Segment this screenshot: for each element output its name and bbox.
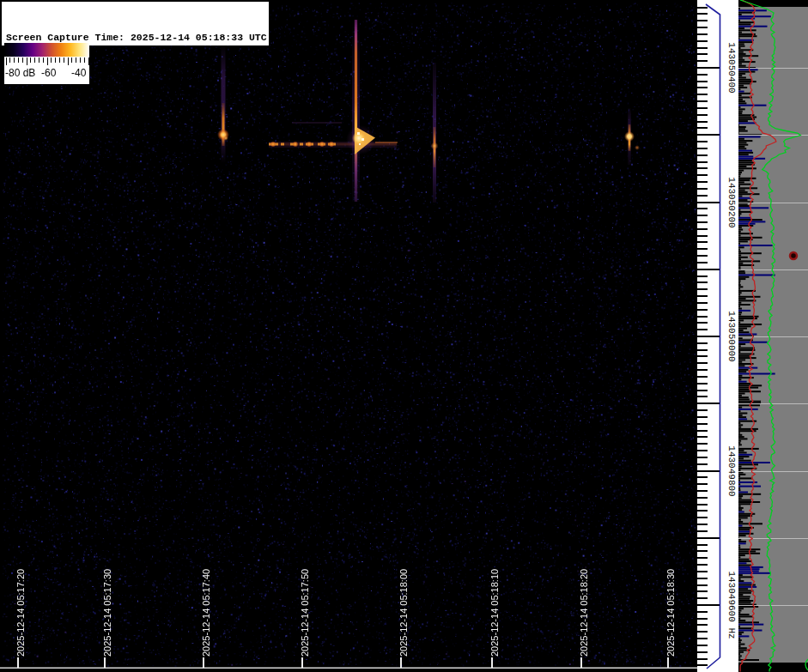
frequency-minor-tick (697, 584, 708, 586)
frequency-minor-tick (697, 262, 708, 263)
frequency-minor-tick (697, 557, 708, 559)
time-axis-label: 2025-12-14 05:18:30 (665, 560, 677, 657)
frequency-minor-tick (697, 47, 708, 49)
frequency-minor-tick (697, 490, 708, 492)
frequency-minor-tick (697, 504, 708, 506)
colorbar-tick (84, 58, 85, 63)
frequency-minor-tick (697, 275, 708, 277)
colorbar-tick (6, 58, 7, 65)
frequency-minor-tick (697, 409, 708, 411)
frequency-minor-tick (697, 463, 708, 465)
frequency-minor-tick (697, 423, 708, 425)
colorbar-label-max: -40 (71, 67, 86, 79)
colorbar-tick (34, 58, 35, 63)
time-axis-label: 2025-12-14 05:17:50 (300, 560, 311, 657)
frequency-minor-tick (697, 322, 708, 324)
frequency-minor-tick (697, 436, 708, 438)
frequency-minor-tick (697, 664, 708, 666)
frequency-minor-tick (697, 450, 708, 451)
frequency-minor-tick (697, 74, 708, 76)
frequency-minor-tick (697, 282, 708, 283)
frequency-minor-tick (697, 645, 708, 646)
time-axis-label: 2025-12-14 05:17:30 (102, 560, 113, 657)
frequency-minor-tick (697, 443, 708, 445)
time-axis-tick (301, 657, 303, 668)
frequency-minor-tick (697, 20, 708, 21)
frequency-minor-tick (697, 114, 708, 116)
colorbar-tick (59, 58, 60, 63)
colorbar-tick (76, 58, 76, 63)
app-window: 2025-12-14 05:17:202025-12-14 05:17:3020… (0, 0, 808, 672)
frequency-minor-tick (697, 524, 708, 525)
time-axis-label: 2025-12-14 05:18:00 (398, 560, 410, 657)
frequency-minor-tick (697, 383, 708, 384)
frequency-minor-tick (697, 255, 708, 257)
frequency-minor-tick (697, 369, 708, 371)
time-axis-tick (104, 657, 106, 668)
frequency-minor-tick (697, 624, 708, 626)
frequency-minor-tick (697, 544, 708, 546)
frequency-major-tick (697, 604, 720, 606)
frequency-minor-tick (697, 517, 708, 518)
frequency-minor-tick (697, 564, 708, 566)
time-axis-tick (491, 657, 493, 668)
frequency-minor-tick (697, 497, 708, 499)
frequency-minor-tick (697, 597, 708, 599)
frequency-major-tick (697, 336, 720, 337)
frequency-minor-tick (697, 195, 708, 197)
frequency-minor-tick (697, 148, 708, 149)
time-axis-tick (400, 657, 402, 668)
frequency-minor-tick (697, 483, 708, 485)
colorbar-tick (39, 58, 39, 63)
spectrum-side-panel-canvas (738, 0, 808, 672)
frequency-minor-tick (697, 127, 708, 129)
frequency-minor-tick (697, 228, 708, 230)
frequency-minor-tick (697, 288, 708, 290)
time-axis-label: 2025-12-14 05:18:20 (579, 560, 590, 657)
frequency-major-tick (697, 269, 720, 270)
time-axis-label: 2025-12-14 05:18:10 (489, 560, 501, 657)
time-axis-tick (17, 657, 19, 668)
frequency-major-tick (697, 202, 720, 203)
frequency-minor-tick (697, 235, 708, 237)
frequency-major-tick (697, 537, 720, 539)
frequency-axis-label: 143050000 (726, 289, 738, 384)
colorbar-tick (55, 58, 56, 63)
frequency-minor-tick (697, 107, 708, 109)
frequency-minor-tick (697, 181, 708, 183)
frequency-minor-tick (697, 302, 708, 304)
frequency-minor-tick (697, 100, 708, 102)
colorbar-label-min: -80 dB (5, 67, 35, 79)
frequency-minor-tick (697, 141, 708, 142)
capture-info-box: Screen Capture Time: 2025-12-14 05:18:33… (2, 2, 269, 45)
colorbar-tick (30, 58, 31, 63)
frequency-minor-tick (697, 81, 708, 82)
colorbar-tick (9, 58, 10, 63)
frequency-minor-tick (697, 316, 708, 318)
frequency-minor-tick (697, 611, 708, 613)
time-axis-tick (580, 657, 582, 668)
frequency-minor-tick (697, 87, 708, 88)
frequency-minor-tick (697, 578, 708, 579)
frequency-minor-tick (697, 510, 708, 512)
colorbar-tick (47, 58, 48, 65)
frequency-minor-tick (697, 241, 708, 243)
time-axis-label: 2025-12-14 05:17:40 (201, 560, 212, 657)
frequency-minor-tick (697, 476, 708, 478)
frequency-minor-tick (697, 309, 708, 311)
frequency-minor-tick (697, 221, 708, 223)
time-axis-tick (667, 657, 669, 668)
colorbar-tick (14, 58, 15, 63)
colorbar-tick (51, 58, 52, 63)
colorbar-tick (68, 58, 69, 65)
frequency-minor-tick (697, 355, 708, 357)
frequency-axis-label: 143049600 Hz (726, 558, 738, 652)
frequency-minor-tick (697, 590, 708, 592)
frequency-minor-tick (697, 188, 708, 190)
config-line: Config = V8 (6, 111, 269, 124)
frequency-axis-label: 143050400 (726, 21, 738, 115)
colorbar-tick (27, 58, 27, 65)
colorbar-tick (80, 58, 81, 63)
frequency-minor-tick (697, 208, 708, 209)
frequency-minor-tick (697, 94, 708, 95)
